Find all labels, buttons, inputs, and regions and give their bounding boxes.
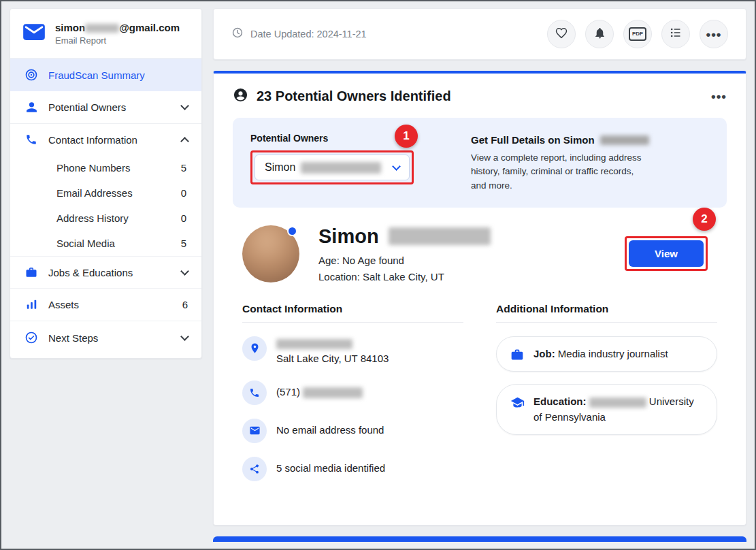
subitem-count: 0 bbox=[181, 187, 186, 199]
potential-owners-card: 23 Potential Owners Identified ••• Poten… bbox=[213, 71, 746, 525]
redacted-phone-number bbox=[303, 387, 363, 398]
sidebar-nav: FraudScan Summary Potential Owners Conta… bbox=[10, 59, 201, 354]
redacted-last-name bbox=[301, 162, 381, 174]
report-type-label: Email Report bbox=[55, 35, 180, 46]
additional-information-heading: Additional Information bbox=[496, 303, 717, 323]
redacted-email-part bbox=[85, 24, 119, 33]
list-icon bbox=[669, 26, 683, 42]
person-icon bbox=[24, 101, 39, 114]
view-button[interactable]: View bbox=[629, 240, 704, 267]
pdf-export-button[interactable]: PDF bbox=[623, 20, 652, 48]
report-email: simon@gmail.com bbox=[55, 22, 180, 33]
chevron-down-icon bbox=[180, 267, 189, 276]
owner-profile: Simon Age: No Age found Location: Salt L… bbox=[233, 225, 727, 282]
email-text: No email address found bbox=[276, 419, 384, 438]
subitem-label: Email Addresses bbox=[56, 187, 133, 199]
more-actions-button[interactable]: ••• bbox=[700, 20, 728, 48]
phone-text: (571) bbox=[276, 381, 363, 400]
list-view-button[interactable] bbox=[661, 20, 690, 48]
annotation-step-2-badge: 2 bbox=[693, 208, 716, 231]
owner-age: Age: No Age found bbox=[318, 255, 606, 266]
report-header-text: simon@gmail.com Email Report bbox=[55, 22, 180, 46]
additional-information-column: Additional Information Job: Media indust… bbox=[496, 303, 717, 495]
sidebar-subitem-social-media[interactable]: Social Media 5 bbox=[10, 231, 201, 256]
owner-summary: Simon Age: No Age found Location: Salt L… bbox=[318, 225, 606, 282]
redacted-last-name bbox=[389, 227, 491, 245]
card-title: 23 Potential Owners Identified bbox=[257, 88, 451, 104]
topbar: Date Updated: 2024-11-21 PDF bbox=[213, 8, 746, 60]
avatar-status-dot bbox=[287, 226, 297, 236]
next-section-top-border bbox=[213, 536, 746, 542]
owner-location: Location: Salt Lake City, UT bbox=[318, 271, 606, 282]
address-text: Salt Lake City, UT 84103 bbox=[276, 336, 389, 367]
job-pill: Job: Media industry journalist bbox=[496, 336, 717, 372]
full-details-block: Get Full Details on Simon View a complet… bbox=[471, 133, 682, 193]
subitem-count: 5 bbox=[181, 162, 186, 174]
owner-name: Simon bbox=[318, 225, 606, 248]
subitem-label: Phone Numbers bbox=[56, 162, 130, 174]
social-item: 5 social media identified bbox=[242, 457, 463, 481]
pdf-icon: PDF bbox=[629, 27, 646, 41]
phone-icon bbox=[24, 133, 39, 146]
avatar bbox=[242, 225, 299, 282]
sidebar-item-next-steps[interactable]: Next Steps bbox=[10, 321, 201, 354]
view-button-block: View 2 bbox=[625, 236, 708, 271]
annotation-step-1-badge: 1 bbox=[395, 125, 418, 148]
redacted-school-name bbox=[589, 398, 646, 408]
sidebar-item-label: Contact Information bbox=[48, 134, 172, 146]
education-text: Education: University of Pennsylvania bbox=[533, 394, 703, 425]
annotation-box-1: Simon bbox=[250, 150, 414, 184]
address-item: Salt Lake City, UT 84103 bbox=[242, 336, 463, 367]
favorite-button[interactable] bbox=[547, 20, 576, 48]
assets-icon bbox=[24, 298, 39, 311]
email-logo-icon bbox=[21, 19, 47, 48]
sidebar-item-contact-information[interactable]: Contact Information bbox=[10, 123, 201, 155]
phone-item: (571) bbox=[242, 381, 463, 405]
sidebar-item-assets[interactable]: Assets 6 bbox=[10, 288, 201, 321]
date-updated-text: Date Updated: 2024-11-21 bbox=[250, 29, 367, 39]
phone-icon bbox=[242, 381, 267, 405]
sidebar-subitem-address-history[interactable]: Address History 0 bbox=[10, 206, 201, 231]
full-details-title: Get Full Details on Simon bbox=[471, 134, 682, 146]
education-pill: Education: University of Pennsylvania bbox=[496, 384, 717, 435]
owner-details: Contact Information Salt Lake City, UT 8… bbox=[233, 303, 727, 495]
briefcase-icon bbox=[510, 346, 525, 361]
content-column: Date Updated: 2024-11-21 PDF bbox=[213, 8, 746, 542]
sidebar-subitem-email-addresses[interactable]: Email Addresses 0 bbox=[10, 180, 201, 206]
ellipsis-icon[interactable]: ••• bbox=[711, 90, 727, 103]
notifications-button[interactable] bbox=[585, 20, 614, 48]
sidebar-item-potential-owners[interactable]: Potential Owners bbox=[10, 91, 201, 123]
sidebar-item-label: FraudScan Summary bbox=[48, 69, 188, 81]
topbar-actions: PDF ••• bbox=[547, 20, 728, 48]
chevron-down-icon bbox=[392, 162, 401, 171]
sidebar-item-count: 6 bbox=[182, 299, 188, 310]
sidebar-item-label: Next Steps bbox=[48, 332, 172, 344]
sidebar-subitem-phone-numbers[interactable]: Phone Numbers 5 bbox=[10, 155, 201, 180]
sidebar-item-fraudscan-summary[interactable]: FraudScan Summary bbox=[10, 59, 201, 91]
sidebar-item-label: Potential Owners bbox=[48, 101, 172, 113]
target-icon bbox=[24, 68, 39, 82]
redacted-street-address bbox=[276, 339, 352, 349]
chevron-up-icon bbox=[180, 137, 189, 146]
chevron-down-icon bbox=[180, 332, 189, 341]
sidebar: simon@gmail.com Email Report FraudScan S… bbox=[10, 8, 202, 359]
redacted-last-name bbox=[600, 135, 649, 145]
sidebar-item-label: Assets bbox=[48, 299, 173, 310]
email-item: No email address found bbox=[242, 419, 463, 443]
sidebar-item-jobs-educations[interactable]: Jobs & Educations bbox=[10, 256, 201, 288]
bell-icon bbox=[593, 27, 606, 42]
full-details-description: View a complete report, including addres… bbox=[471, 151, 642, 193]
contact-information-heading: Contact Information bbox=[242, 303, 463, 323]
owners-panel: Potential Owners Simon 1 Get Full Detail… bbox=[233, 118, 727, 208]
briefcase-icon bbox=[24, 266, 39, 278]
social-text: 5 social media identified bbox=[276, 457, 385, 476]
subitem-label: Address History bbox=[56, 212, 129, 224]
potential-owner-select[interactable]: Simon bbox=[254, 155, 410, 180]
share-icon bbox=[242, 457, 267, 481]
location-pin-icon bbox=[242, 336, 267, 361]
subitem-label: Social Media bbox=[56, 238, 115, 249]
owner-select-block: Potential Owners Simon 1 bbox=[250, 133, 433, 193]
contact-information-sublist: Phone Numbers 5 Email Addresses 0 Addres… bbox=[10, 155, 201, 256]
page: simon@gmail.com Email Report FraudScan S… bbox=[0, 0, 756, 550]
history-clock-icon bbox=[231, 27, 244, 42]
